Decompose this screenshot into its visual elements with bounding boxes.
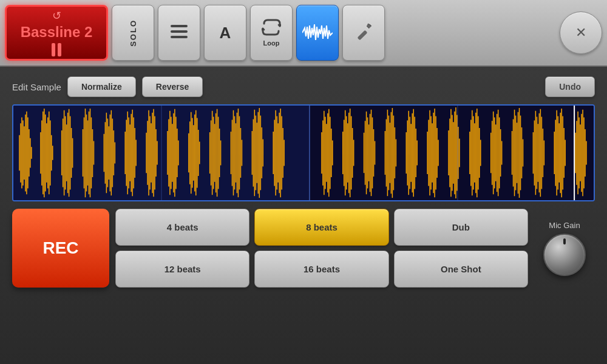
close-icon: ✕ bbox=[575, 25, 586, 41]
waveform-svg bbox=[13, 106, 594, 200]
main-content: Edit Sample Normalize Reverse Undo bbox=[0, 67, 607, 364]
loop-label: Loop bbox=[263, 39, 280, 47]
svg-rect-0 bbox=[171, 25, 188, 27]
svg-rect-2 bbox=[171, 36, 188, 38]
bottom-controls: REC 4 beats 8 beats Dub 12 beats 16 beat… bbox=[12, 209, 595, 288]
wrench-icon bbox=[354, 22, 373, 43]
reverse-button[interactable]: Reverse bbox=[142, 76, 203, 97]
oneshot-button[interactable]: One Shot bbox=[394, 251, 528, 288]
font-button[interactable]: A bbox=[204, 5, 246, 61]
menu-button[interactable] bbox=[158, 5, 200, 61]
bassline-label: Bassline 2 bbox=[21, 24, 93, 41]
close-button[interactable]: ✕ bbox=[560, 12, 602, 54]
mic-gain-label: Mic Gain bbox=[549, 221, 580, 230]
mic-gain-knob[interactable] bbox=[543, 234, 586, 276]
knob-indicator bbox=[563, 238, 566, 244]
settings-button[interactable] bbox=[342, 5, 385, 61]
normalize-button[interactable]: Normalize bbox=[67, 76, 136, 97]
edit-sample-row: Edit Sample Normalize Reverse Undo bbox=[12, 76, 595, 97]
loop-button[interactable]: Loop bbox=[250, 5, 293, 61]
solo-label: SOLO bbox=[129, 19, 138, 47]
waveform-display[interactable] bbox=[12, 104, 595, 201]
loop-icon bbox=[262, 19, 281, 38]
toolbar: ↺ Bassline 2 SOLO A bbox=[0, 0, 607, 67]
12beats-button[interactable]: 12 beats bbox=[115, 251, 249, 288]
mic-gain-section: Mic Gain bbox=[534, 209, 595, 288]
rec-button[interactable]: REC bbox=[12, 209, 109, 288]
4beats-button[interactable]: 4 beats bbox=[115, 209, 249, 246]
hamburger-icon bbox=[171, 25, 188, 41]
knob-body bbox=[543, 234, 586, 276]
dub-button[interactable]: Dub bbox=[394, 209, 528, 246]
bassline-button[interactable]: ↺ Bassline 2 bbox=[5, 5, 108, 61]
svg-rect-1 bbox=[171, 30, 188, 33]
edit-sample-label: Edit Sample bbox=[12, 82, 61, 92]
beat-grid: 4 beats 8 beats Dub 12 beats 16 beats On… bbox=[115, 209, 528, 288]
16beats-button[interactable]: 16 beats bbox=[254, 251, 388, 288]
waveform-button[interactable] bbox=[296, 5, 339, 61]
font-icon: A bbox=[220, 25, 231, 41]
svg-rect-3 bbox=[358, 30, 368, 41]
solo-button[interactable]: SOLO bbox=[112, 5, 154, 61]
8beats-button[interactable]: 8 beats bbox=[254, 209, 388, 246]
undo-button[interactable]: Undo bbox=[545, 76, 595, 97]
loop-icon: ↺ bbox=[52, 9, 61, 22]
